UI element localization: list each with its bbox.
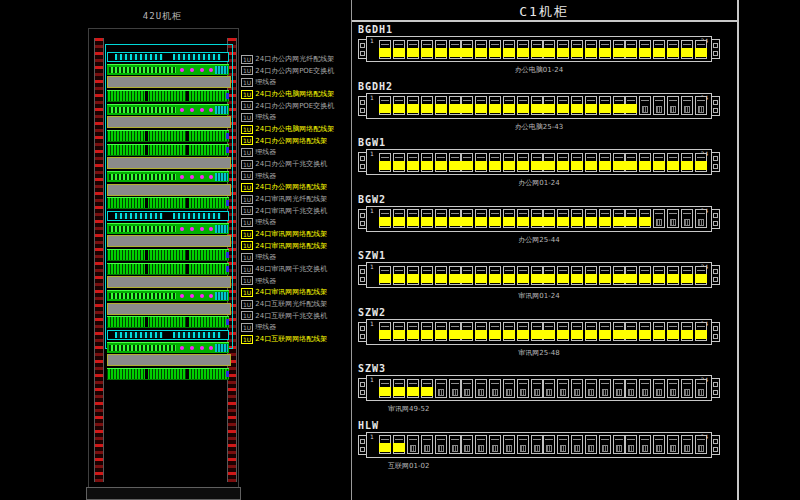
port-group — [379, 435, 461, 454]
equipment-item-text: 24口办公电脑网络配线架 — [255, 125, 334, 133]
rj45-jack-icon — [379, 274, 391, 283]
rj45-jack-icon — [557, 161, 569, 170]
rj45-port — [421, 153, 433, 172]
rj45-port — [585, 153, 597, 172]
rack-device-patch — [107, 197, 229, 209]
panel-caption: 办公网01-24 — [366, 178, 712, 188]
ear-hole-icon — [360, 334, 365, 339]
ear-hole-icon — [360, 221, 365, 226]
equipment-item-text: 24口办公内网POE交换机 — [255, 102, 334, 110]
rj45-jack-icon — [642, 389, 648, 396]
panel-caption: 审讯网25-48 — [366, 348, 712, 358]
section-divider-left — [351, 0, 352, 500]
rj45-port — [407, 322, 419, 341]
rj45-port — [613, 209, 625, 228]
patch-panel: 124 — [366, 93, 712, 119]
rj45-port — [407, 379, 419, 398]
rj45-port — [435, 435, 447, 454]
rj45-port — [421, 379, 433, 398]
ear-hole-icon — [713, 164, 718, 169]
sfp-fiber-port-icon — [190, 294, 194, 298]
ear-hole-icon — [713, 277, 718, 282]
rj45-port — [599, 322, 611, 341]
sfp-fiber-port-icon — [180, 346, 184, 350]
unit-size-tag: 1U — [241, 218, 253, 227]
rj45-port — [543, 266, 555, 285]
rack-device-patch — [107, 263, 229, 275]
rj45-port — [503, 153, 515, 172]
port-group — [461, 322, 543, 341]
rj45-jack-icon — [588, 445, 594, 452]
rj45-jack-icon — [695, 330, 707, 339]
rj45-jack-icon — [543, 48, 555, 57]
rj45-jack-icon — [681, 48, 693, 57]
patch-panel: 124 — [366, 149, 712, 175]
rack-device-mgr — [107, 184, 231, 196]
patch-panel: 124 — [366, 262, 712, 288]
ear-hole-icon — [713, 447, 718, 452]
rack-device-mgr — [107, 276, 231, 288]
port-number-first: 1 — [370, 377, 374, 383]
rj45-jack-icon — [625, 274, 637, 283]
rj45-port — [475, 435, 487, 454]
rj45-port — [543, 40, 555, 59]
rj45-port — [599, 209, 611, 228]
ear-hole-icon — [360, 108, 365, 113]
mounting-ear-right — [711, 209, 720, 229]
port-group — [379, 40, 461, 59]
rj45-port — [407, 209, 419, 228]
port-group — [461, 435, 543, 454]
rj45-port — [681, 153, 693, 172]
rj45-jack-icon — [546, 389, 552, 396]
port-group — [379, 96, 461, 115]
rj45-jack-icon — [531, 217, 543, 226]
port-group — [625, 379, 707, 398]
rj45-jack-icon — [560, 445, 566, 452]
rj45-port — [557, 96, 569, 115]
unit-size-tag: 1U — [241, 276, 253, 285]
rj45-jack-icon — [616, 389, 622, 396]
rj45-jack-icon — [461, 330, 473, 339]
rj45-port — [639, 209, 651, 228]
rj45-jack-icon — [667, 274, 679, 283]
rj45-jack-icon — [461, 104, 473, 113]
rj45-jack-icon — [653, 274, 665, 283]
port-number-first: 1 — [370, 264, 374, 270]
ear-hole-icon — [713, 221, 718, 226]
rj45-port — [613, 153, 625, 172]
ear-hole-icon — [360, 269, 365, 274]
rj45-port — [503, 266, 515, 285]
rack-title: 42U机柜 — [88, 10, 237, 23]
port-group — [543, 209, 625, 228]
rack-device-patch — [107, 316, 229, 328]
rj45-jack-icon — [393, 48, 405, 57]
equipment-item-text: 24口办公网网络配线架 — [255, 137, 327, 145]
rj45-port — [461, 322, 473, 341]
rj45-jack-icon — [670, 389, 676, 396]
rj45-port — [625, 379, 637, 398]
rack-device-patch — [107, 144, 229, 156]
equipment-list: 1U24口办公内网光纤配线架1U24口办公内网POE交换机1U理线器1U24口办… — [241, 54, 351, 346]
rj45-jack-icon — [684, 219, 690, 226]
rj45-port — [653, 322, 665, 341]
rj45-jack-icon — [492, 389, 498, 396]
rj45-port — [625, 153, 637, 172]
mounting-ear-left — [358, 435, 367, 455]
mounting-ear-left — [358, 39, 367, 59]
rj45-jack-icon — [698, 389, 704, 396]
rj45-jack-icon — [613, 48, 625, 57]
panel-caption: 互联网01-02 — [366, 461, 712, 471]
rj45-port — [571, 209, 583, 228]
rj45-jack-icon — [379, 48, 391, 57]
rj45-jack-icon — [421, 48, 433, 57]
port-group — [379, 379, 461, 398]
rj45-jack-icon — [424, 445, 430, 452]
rj45-jack-icon — [534, 445, 540, 452]
rj45-jack-icon — [475, 217, 487, 226]
rj45-port — [517, 153, 529, 172]
rj45-jack-icon — [625, 104, 637, 113]
rj45-jack-icon — [421, 104, 433, 113]
rj45-jack-icon — [503, 274, 515, 283]
rj45-jack-icon — [492, 445, 498, 452]
rj45-port — [421, 209, 433, 228]
